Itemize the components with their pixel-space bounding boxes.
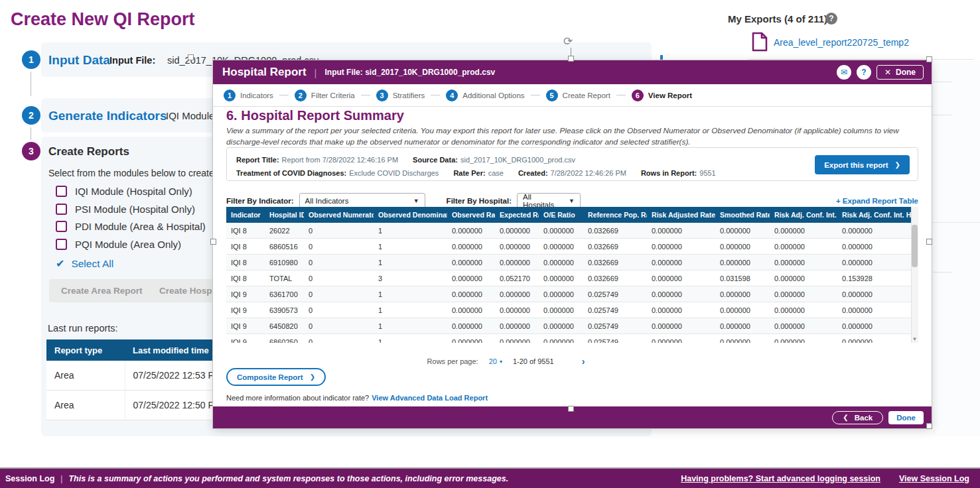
table-row[interactable]: IQI 96860250010.0000000.0000000.0000000.… xyxy=(226,334,912,343)
dialog-input-file: Input File: sid_2017_10K_DRG1000_prod.cs… xyxy=(324,68,495,77)
module-row-psi[interactable]: PSI Module (Hospital Only) xyxy=(56,204,195,215)
email-icon[interactable]: ✉ xyxy=(837,65,851,80)
divider: | xyxy=(60,474,62,483)
table-cell: 0.000000 xyxy=(770,318,837,334)
table-cell: 0.000000 xyxy=(447,223,495,239)
stepper-item-view-report[interactable]: 6 View Report xyxy=(632,90,692,101)
step-3-badge: 3 xyxy=(22,142,40,160)
export-file-link[interactable]: Area_level_report220725_temp2 xyxy=(774,37,909,48)
table-cell: 0 xyxy=(304,318,374,334)
next-page-icon[interactable]: › xyxy=(582,356,585,367)
close-done-button[interactable]: ✕ Done xyxy=(876,65,924,80)
column-header: Indicator xyxy=(226,207,265,223)
resize-handle-mid-left[interactable] xyxy=(210,239,216,245)
table-cell: IQI 8 xyxy=(226,239,265,255)
table-cell: 1 xyxy=(374,318,447,334)
stepper-separator xyxy=(431,95,440,95)
table-cell: TOTAL xyxy=(265,271,304,286)
rows-per-page-select[interactable]: 20 ▾ xyxy=(489,357,502,365)
checkbox-icon[interactable] xyxy=(56,204,67,215)
divider xyxy=(932,222,980,223)
back-button[interactable]: ❮ Back xyxy=(832,411,883,424)
step-generate-indicators-label[interactable]: Generate Indicators xyxy=(48,109,167,123)
table-cell: 1 xyxy=(374,223,447,239)
covid-treatment-field: Treatment of COVID Diagnoses:Exclude COV… xyxy=(236,166,439,178)
column-header-report-type[interactable]: Report type xyxy=(46,339,125,361)
table-cell: 0.000000 xyxy=(715,302,770,318)
chevron-down-icon: ▼ xyxy=(569,198,575,204)
generated-modules-value: IQI Modules xyxy=(166,110,220,121)
table-cell: 0.000000 xyxy=(495,286,539,302)
create-reports-heading: Create Reports xyxy=(48,145,129,158)
view-session-log-link[interactable]: View Session Log xyxy=(899,474,969,483)
stepper-item-stratifiers[interactable]: 3 Stratifiers xyxy=(376,90,425,101)
export-report-button[interactable]: Export this report ❯ xyxy=(815,155,910,174)
table-cell: 0.032669 xyxy=(583,239,647,255)
scroll-down-icon[interactable]: ▼ xyxy=(912,336,918,342)
stepper-item-create-report[interactable]: 5 Create Report xyxy=(546,90,610,101)
stepper-separator xyxy=(616,95,626,95)
table-cell: 0.000000 xyxy=(447,239,495,255)
help-icon[interactable]: ? xyxy=(825,13,837,25)
stepper-item-additional-options[interactable]: 4 Additional Options xyxy=(446,90,524,101)
help-icon[interactable]: ? xyxy=(857,65,871,80)
advanced-data-load-report-link[interactable]: View Advanced Data Load Report xyxy=(372,394,488,402)
resize-handle-bottom-center[interactable] xyxy=(568,406,574,412)
stepper-item-indicators[interactable]: 1 Indicators xyxy=(224,90,273,101)
module-row-pdi[interactable]: PDI Module (Area & Hospital) xyxy=(56,221,206,232)
resize-handle-bottom-right[interactable] xyxy=(926,423,932,429)
table-cell: 0 xyxy=(304,302,374,318)
table-cell: 0.052170 xyxy=(495,271,539,286)
module-row-pqi[interactable]: PQI Module (Area Only) xyxy=(56,239,181,250)
table-row[interactable]: IQI 96450820010.0000000.0000000.0000000.… xyxy=(226,318,912,334)
checkbox-icon[interactable] xyxy=(56,186,67,197)
scrollbar-thumb[interactable] xyxy=(912,225,918,267)
session-log-bar: Session Log | This is a summary of actio… xyxy=(0,467,980,488)
resize-handle-top-left[interactable] xyxy=(188,54,194,60)
select-all-link[interactable]: ✔ Select All xyxy=(56,257,113,270)
resize-handle-top-center[interactable] xyxy=(568,56,574,62)
checkbox-icon[interactable] xyxy=(56,239,67,250)
table-row[interactable]: IQI 96390573010.0000000.0000000.0000000.… xyxy=(226,302,912,318)
divider xyxy=(748,59,974,60)
stepper-separator xyxy=(279,95,289,95)
table-cell: 0.000000 xyxy=(647,223,715,239)
check-icon: ✔ xyxy=(56,257,64,270)
table-row[interactable]: IQI 86910980010.0000000.0000000.0000000.… xyxy=(226,255,912,271)
done-button[interactable]: Done xyxy=(888,411,924,424)
rate-per-field: Rate Per:case xyxy=(453,166,504,178)
table-scrollbar[interactable]: ▼ xyxy=(911,207,918,343)
file-icon[interactable] xyxy=(752,32,768,54)
table-cell: 0.000000 xyxy=(447,286,495,302)
table-row[interactable]: IQI 8TOTAL030.0000000.0521700.0000000.03… xyxy=(226,271,912,286)
chevron-right-icon: ❯ xyxy=(310,373,315,381)
table-row[interactable]: IQI 826022010.0000000.0000000.0000000.03… xyxy=(226,223,912,239)
wizard-stepper: 1 Indicators 2 Filter Criteria 3 Stratif… xyxy=(213,84,932,107)
table-cell: 0.000000 xyxy=(447,318,495,334)
checkbox-icon[interactable] xyxy=(56,221,67,232)
module-label: PSI Module (Hospital Only) xyxy=(75,204,195,215)
table-row[interactable]: IQI 96361700010.0000000.0000000.0000000.… xyxy=(226,286,912,302)
last-run-reports-label: Last run reports: xyxy=(48,323,118,334)
exports-list-background xyxy=(932,60,980,436)
rotate-handle-icon[interactable]: ⟳ xyxy=(563,34,573,48)
report-table-container: IndicatorHospital IDObserved NumeratorOb… xyxy=(226,207,918,343)
pagination-bar: Rows per page: 20 ▾ 1-20 of 9551 › xyxy=(147,356,865,367)
table-cell: 1 xyxy=(374,255,447,271)
table-cell: 0.032669 xyxy=(583,223,647,239)
resize-handle-top-right[interactable] xyxy=(926,56,932,62)
created-field: Created:7/28/2022 12:46:26 PM xyxy=(518,166,626,178)
module-row-iqi[interactable]: IQI Module (Hospital Only) xyxy=(56,186,192,197)
expand-report-table-link[interactable]: + Expand Report Table xyxy=(836,197,918,205)
table-row[interactable]: IQI 86860516010.0000000.0000000.0000000.… xyxy=(226,239,912,255)
advanced-logging-link[interactable]: Having problems? Start advanced logging … xyxy=(681,474,880,483)
table-cell: 0.000000 xyxy=(539,286,583,302)
composite-report-button[interactable]: Composite Report ❯ xyxy=(226,368,326,386)
resize-handle-mid-right[interactable] xyxy=(926,239,932,245)
step-input-data-label[interactable]: Input Data xyxy=(48,53,110,68)
module-label: PDI Module (Area & Hospital) xyxy=(75,221,206,232)
stepper-item-filter-criteria[interactable]: 2 Filter Criteria xyxy=(295,90,355,101)
step-connector xyxy=(31,72,31,96)
table-cell: 6860516 xyxy=(265,239,304,255)
table-cell: 0 xyxy=(304,223,374,239)
